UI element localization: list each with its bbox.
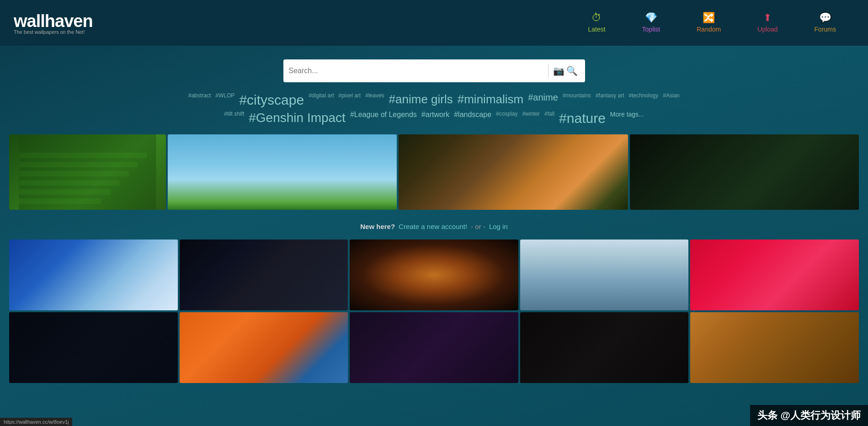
header: wallhaven The best wallpapers on the Net… [0, 0, 868, 46]
tags-area: #abstract #WLOP #cityscape #digital art … [0, 87, 868, 130]
tag-nature[interactable]: #nature [559, 111, 606, 126]
thumb-1[interactable] [9, 240, 178, 310]
thumb-3-bg [350, 240, 518, 310]
gallery-row-3 [9, 312, 859, 383]
tag-cosplay[interactable]: #cosplay [496, 111, 517, 126]
thumb-7[interactable] [180, 312, 348, 383]
tag-genshin-impact[interactable]: #Genshin Impact [249, 111, 346, 126]
search-area: 📷 🔍 [0, 46, 868, 87]
gallery-row-2 [9, 240, 859, 310]
gallery-img-4[interactable] [630, 134, 859, 210]
svg-rect-3 [19, 171, 129, 176]
thumb-8-bg [350, 312, 518, 383]
gallery-row-1 [9, 134, 859, 210]
thumb-10-bg [690, 312, 859, 383]
search-divider [548, 64, 548, 77]
thumb-7-bg [180, 312, 348, 383]
new-here-banner: New here? Create a new account! - or - L… [0, 216, 868, 235]
svg-rect-4 [19, 180, 120, 186]
latest-icon: ⏱ [591, 12, 602, 24]
create-account-link[interactable]: Create a new account! [399, 223, 467, 230]
nav-upload[interactable]: ⬆ Upload [739, 3, 796, 43]
tag-league-of-legends[interactable]: #League of Legends [350, 111, 417, 126]
tag-anime-girls[interactable]: #anime girls [389, 92, 453, 108]
thumb-6-bg [9, 312, 178, 383]
tag-artwork[interactable]: #artwork [421, 111, 449, 126]
forums-icon: 💬 [819, 12, 831, 24]
login-link[interactable]: Log in [489, 223, 508, 230]
nav-latest[interactable]: ⏱ Latest [570, 3, 623, 43]
thumb-8[interactable] [350, 312, 518, 383]
gallery-section-2 [0, 235, 868, 389]
thumb-1-bg [9, 240, 178, 310]
statusbar-url: https://wallhaven.cc/w/8oev1j [4, 419, 69, 425]
svg-rect-1 [19, 153, 147, 158]
tag-mountains[interactable]: #mountains [563, 92, 591, 108]
search-input[interactable] [289, 67, 543, 75]
tags-row-2: #tilt shift #Genshin Impact #League of L… [224, 111, 644, 126]
or-separator: - or - [471, 223, 485, 230]
gallery-img-4-bg [630, 134, 859, 210]
gallery-img-1[interactable] [9, 134, 166, 210]
svg-rect-5 [19, 189, 111, 195]
thumb-5-bg [690, 240, 859, 310]
tag-asian[interactable]: #Asian [663, 92, 680, 108]
tag-leaves[interactable]: #leaves [365, 92, 384, 108]
nav-upload-label: Upload [757, 26, 777, 33]
logo-text[interactable]: wallhaven [14, 11, 93, 31]
tag-anime[interactable]: #anime [528, 92, 558, 108]
more-tags-link[interactable]: More tags... [610, 111, 644, 126]
tags-row-1: #abstract #WLOP #cityscape #digital art … [188, 92, 680, 108]
watermark-text: 头条 @人类行为设计师 [757, 410, 861, 421]
thumb-9-bg [520, 312, 689, 383]
search-button[interactable]: 🔍 [564, 65, 580, 76]
tag-cityscape[interactable]: #cityscape [239, 92, 304, 108]
thumb-4[interactable] [520, 240, 689, 310]
tag-minimalism[interactable]: #minimalism [458, 92, 523, 108]
thumb-6[interactable] [9, 312, 178, 383]
logo-area: wallhaven The best wallpapers on the Net… [14, 11, 93, 35]
tag-fall[interactable]: #fall [544, 111, 554, 126]
tag-tilt-shift[interactable]: #tilt shift [224, 111, 244, 126]
nav-random[interactable]: 🔀 Random [678, 3, 739, 43]
nav-forums[interactable]: 💬 Forums [796, 3, 854, 43]
thumb-3[interactable] [350, 240, 518, 310]
main-nav: ⏱ Latest 💎 Toplist 🔀 Random ⬆ Upload 💬 F… [570, 3, 854, 43]
gallery-img-3[interactable] [399, 134, 628, 210]
tag-digital-art[interactable]: #digital art [309, 92, 334, 108]
tag-wlop[interactable]: #WLOP [215, 92, 234, 108]
logo-tagline: The best wallpapers on the Net! [14, 29, 93, 35]
gallery-img-3-bg [399, 134, 628, 210]
svg-rect-2 [19, 162, 138, 167]
nav-toplist-label: Toplist [642, 26, 660, 33]
nav-forums-label: Forums [815, 26, 836, 33]
gallery-section-1 [0, 130, 868, 216]
random-icon: 🔀 [703, 12, 715, 24]
nav-random-label: Random [697, 26, 721, 33]
camera-search-icon[interactable]: 📷 [553, 65, 564, 76]
tag-abstract[interactable]: #abstract [188, 92, 211, 108]
thumb-10[interactable] [690, 312, 859, 383]
svg-rect-6 [19, 198, 101, 204]
thumb-9[interactable] [520, 312, 689, 383]
toplist-icon: 💎 [645, 12, 657, 24]
thumb-2-bg [180, 240, 348, 310]
thumb-2[interactable] [180, 240, 348, 310]
statusbar: https://wallhaven.cc/w/8oev1j [0, 418, 72, 426]
nav-latest-label: Latest [588, 26, 605, 33]
new-here-text: New here? [360, 223, 395, 230]
gallery-img-2-bg [168, 134, 397, 210]
nav-toplist[interactable]: 💎 Toplist [624, 3, 679, 43]
watermark: 头条 @人类行为设计师 [750, 405, 868, 426]
gallery-img-2[interactable] [168, 134, 397, 210]
upload-icon: ⬆ [763, 12, 772, 24]
search-bar: 📷 🔍 [283, 59, 585, 82]
tag-landscape[interactable]: #landscape [454, 111, 491, 126]
tag-fantasy-art[interactable]: #fantasy art [596, 92, 624, 108]
thumb-4-bg [520, 240, 689, 310]
tag-winter[interactable]: #winter [522, 111, 540, 126]
tag-technology[interactable]: #technology [629, 92, 659, 108]
tag-pixel-art[interactable]: #pixel art [339, 92, 361, 108]
thumb-5[interactable] [690, 240, 859, 310]
gallery-img-1-bg [9, 134, 166, 210]
